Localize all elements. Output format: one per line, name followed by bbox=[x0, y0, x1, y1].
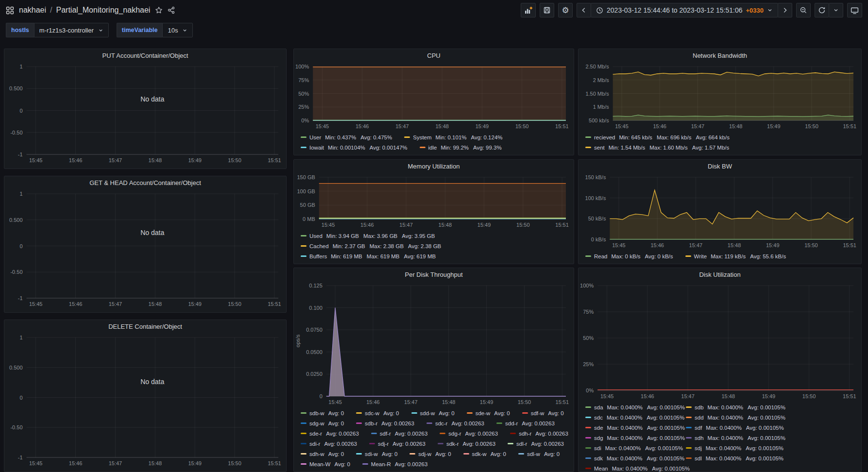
time-shift-back-button[interactable] bbox=[577, 3, 591, 17]
legend-item-sdc[interactable]: sdcMax: 0.0400%Avg: 0.00105% bbox=[585, 415, 678, 421]
legend-item-Iowait[interactable]: IowaitMin: 0.00104%Avg: 0.00147% bbox=[301, 145, 412, 151]
legend-item-Mean-R[interactable]: Mean-RAvg: 0.00263 bbox=[362, 461, 432, 467]
legend-item-sdl[interactable]: sdlMax: 0.0400%Avg: 0.00105% bbox=[686, 455, 779, 461]
panel-title[interactable]: CPU bbox=[294, 49, 574, 62]
legend-item-Cached[interactable]: CachedMin: 2.37 GBMax: 2.38 GBAvg: 2.38 … bbox=[301, 243, 445, 249]
panel-title[interactable]: GET & HEAD Account/Container/Object bbox=[4, 176, 286, 189]
series-name: sdc-w bbox=[365, 410, 379, 416]
legend-item-sdg[interactable]: sdgMax: 0.0400%Avg: 0.00105% bbox=[585, 435, 678, 441]
chart-per-disk-throughput[interactable]: 15:4515:4615:4715:4815:4915:5015:510.125… bbox=[294, 281, 574, 407]
chart-network-bandwidth[interactable]: 15:4515:4615:4715:4815:4915:5015:512.50 … bbox=[579, 62, 861, 131]
series-name: Used bbox=[309, 233, 323, 239]
legend-item-sdd-r[interactable]: sdd-rAvg: 0.00263 bbox=[496, 421, 559, 426]
panel-title[interactable]: PUT Account/Container/Object bbox=[4, 49, 286, 62]
legend-item-idle[interactable]: idleMin: 99.2%Avg: 99.3% bbox=[420, 145, 506, 151]
series-name: sdl-r bbox=[516, 441, 527, 447]
legend-item-sdh-r[interactable]: sdh-rAvg: 0.00263 bbox=[510, 431, 573, 437]
panel-title[interactable]: DELETE Container/Object bbox=[4, 320, 286, 333]
star-icon[interactable] bbox=[155, 6, 163, 14]
time-shift-forward-button[interactable] bbox=[778, 3, 792, 17]
legend-item-sdc-r[interactable]: sdc-rAvg: 0.00263 bbox=[426, 421, 489, 426]
legend-get-head bbox=[4, 309, 286, 312]
chart-put[interactable]: 15:4515:4615:4715:4815:4915:5015:5110.50… bbox=[4, 62, 286, 165]
legend-item-sdj-r[interactable]: sdj-rAvg: 0.00263 bbox=[369, 441, 430, 447]
legend-item-sdd[interactable]: sddMax: 0.0400%Avg: 0.00105% bbox=[686, 415, 779, 421]
legend-item-sdf[interactable]: sdfMax: 0.0400%Avg: 0.00105% bbox=[686, 425, 779, 431]
legend-item-sdh-w[interactable]: sdh-wAvg: 0 bbox=[301, 451, 348, 457]
variable-timevariable[interactable]: timeVariable 10s bbox=[117, 23, 193, 37]
legend-item-sdb-w[interactable]: sdb-wAvg: 0 bbox=[301, 410, 348, 416]
chart-get-head[interactable]: 15:4515:4615:4715:4815:4915:5015:5110.50… bbox=[4, 189, 286, 309]
legend-item-sda[interactable]: sdaMax: 0.0400%Avg: 0.00105% bbox=[585, 405, 678, 410]
legend-item-System[interactable]: SystemMin: 0.101%Avg: 0.124% bbox=[404, 135, 507, 140]
variable-value-dropdown[interactable]: 10s bbox=[162, 23, 193, 37]
breadcrumb-dashboard-title[interactable]: Partial_Monitoring_nakhaei bbox=[56, 6, 151, 15]
legend-item-Read[interactable]: ReadMax: 0 kB/sAvg: 0 kB/s bbox=[585, 253, 678, 259]
legend-item-Buffers[interactable]: BuffersMin: 619 MBMax: 619 MBAvg: 619 MB bbox=[301, 253, 440, 259]
dashboard-settings-button[interactable]: ⚙ bbox=[558, 3, 573, 17]
legend-item-Mean-W[interactable]: Mean-WAvg: 0 bbox=[301, 461, 355, 467]
panel-title[interactable]: Disk BW bbox=[579, 160, 861, 172]
legend-item-sdj[interactable]: sdjMax: 0.0400%Avg: 0.00105% bbox=[686, 445, 779, 451]
breadcrumb-folder[interactable]: nakhaei bbox=[19, 6, 46, 15]
add-panel-button[interactable] bbox=[521, 3, 536, 17]
panel-title[interactable]: Memory Utilization bbox=[294, 160, 574, 172]
refresh-interval-button[interactable] bbox=[829, 3, 843, 17]
chart-cpu[interactable]: 15:4515:4615:4715:4815:4915:5015:51100%7… bbox=[294, 62, 574, 131]
zoom-out-time-button[interactable] bbox=[796, 3, 811, 17]
save-dashboard-button[interactable] bbox=[540, 3, 554, 17]
chart-memory[interactable]: 15:4515:4615:4715:4815:4915:5015:51150 G… bbox=[294, 172, 574, 230]
legend-item-sdg-r[interactable]: sdg-rAvg: 0.00263 bbox=[440, 431, 502, 437]
svg-text:15:45: 15:45 bbox=[612, 242, 626, 248]
legend-item-sdb[interactable]: sdbMax: 0.0400%Avg: 0.00105% bbox=[686, 405, 779, 410]
series-stat: Avg: 0 bbox=[494, 410, 510, 416]
cycle-view-mode-button[interactable] bbox=[847, 3, 862, 17]
series-stat: Max: 0 kB/s bbox=[612, 253, 641, 259]
legend-item-sdi-r[interactable]: sdi-rAvg: 0.00263 bbox=[301, 441, 361, 447]
legend-item-sdk-w[interactable]: sdk-wAvg: 0 bbox=[463, 451, 511, 457]
panel-title[interactable]: Per Disk Throughput bbox=[294, 268, 574, 281]
legend-item-Mean[interactable]: MeanMax: 0.0400%Avg: 0.00105% bbox=[585, 466, 678, 472]
refresh-button[interactable] bbox=[815, 3, 829, 17]
legend-item-sdf-w[interactable]: sdf-wAvg: 0 bbox=[522, 410, 568, 416]
legend-item-sde[interactable]: sdeMax: 0.0400%Avg: 0.00105% bbox=[585, 425, 678, 431]
legend-item-sent[interactable]: sentMin: 1.54 Mb/sMax: 1.60 Mb/sAvg: 1.5… bbox=[585, 145, 733, 151]
legend-item-sdl-w[interactable]: sdl-wAvg: 0 bbox=[518, 451, 564, 457]
legend-item-User[interactable]: UserMin: 0.437%Avg: 0.475% bbox=[301, 135, 396, 140]
legend-item-sdj-w[interactable]: sdj-wAvg: 0 bbox=[409, 451, 455, 457]
legend-item-sdg-w[interactable]: sdg-wAvg: 0 bbox=[301, 421, 348, 426]
series-stat: Avg: 0.00105% bbox=[748, 405, 785, 410]
legend-item-Write[interactable]: WriteMax: 119 kB/sAvg: 55.6 kB/s bbox=[685, 253, 791, 259]
panel-title[interactable]: Network Bandwidth bbox=[579, 49, 861, 62]
legend-item-sdk-r[interactable]: sdk-rAvg: 0.00263 bbox=[438, 441, 500, 447]
chart-disk-utilization[interactable]: 15:4515:4615:4715:4815:4915:5015:51100%7… bbox=[579, 281, 861, 401]
legend-item-sdl-r[interactable]: sdl-rAvg: 0.00263 bbox=[508, 441, 568, 447]
series-color-swatch bbox=[371, 433, 377, 434]
apps-grid-icon[interactable] bbox=[6, 6, 14, 15]
legend-item-sdi-w[interactable]: sdi-wAvg: 0 bbox=[356, 451, 402, 457]
svg-text:0.0250: 0.0250 bbox=[306, 371, 323, 377]
share-icon[interactable] bbox=[168, 6, 175, 14]
legend-item-sdf-r[interactable]: sdf-rAvg: 0.00263 bbox=[371, 431, 432, 437]
variable-value-dropdown[interactable]: m-r1z1s3-controller bbox=[34, 23, 109, 37]
legend-item-Used[interactable]: UsedMin: 3.94 GBMax: 3.96 GBAvg: 3.95 GB bbox=[301, 233, 440, 239]
time-range-picker-button[interactable]: 2023-03-12 15:44:46 to 2023-03-12 15:51:… bbox=[591, 3, 778, 17]
series-name: Mean-W bbox=[309, 461, 330, 467]
legend-item-sdk[interactable]: sdkMax: 0.0400%Avg: 0.00105% bbox=[585, 455, 678, 461]
panel-title[interactable]: Disk Utilization bbox=[579, 268, 861, 281]
legend-item-sdb-r[interactable]: sdb-rAvg: 0.00263 bbox=[356, 421, 419, 426]
legend-item-recieved[interactable]: recievedMin: 645 kb/sMax: 696 kb/sAvg: 6… bbox=[585, 135, 734, 140]
legend-item-sde-r[interactable]: sde-rAvg: 0.00263 bbox=[301, 431, 363, 437]
zoom-out-icon bbox=[800, 6, 807, 14]
svg-text:15:51: 15:51 bbox=[843, 393, 856, 399]
legend-item-sdi[interactable]: sdiMax: 0.0400%Avg: 0.00105% bbox=[585, 445, 678, 451]
legend-item-sde-w[interactable]: sde-wAvg: 0 bbox=[467, 410, 514, 416]
variable-hostls[interactable]: hostIs m-r1z1s3-controller bbox=[6, 23, 109, 37]
refresh-controls bbox=[815, 3, 843, 17]
legend-item-sdh[interactable]: sdhMax: 0.0400%Avg: 0.00105% bbox=[686, 435, 779, 441]
legend-item-sdd-w[interactable]: sdd-wAvg: 0 bbox=[411, 410, 459, 416]
chart-disk-bw[interactable]: 15:4515:4615:4715:4815:4915:5015:51150 k… bbox=[579, 172, 861, 250]
legend-item-sdc-w[interactable]: sdc-wAvg: 0 bbox=[356, 410, 403, 416]
series-stat: Avg: 0.00105% bbox=[647, 405, 685, 410]
chart-delete[interactable]: 15:4515:4615:4715:4815:4915:5015:5110.50… bbox=[4, 333, 286, 468]
